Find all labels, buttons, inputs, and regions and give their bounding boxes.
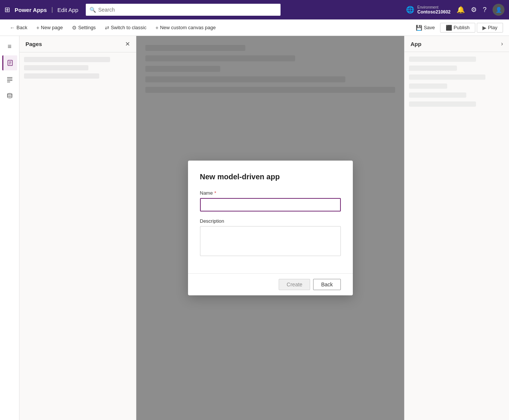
settings-label: Settings xyxy=(78,25,96,30)
svg-point-8 xyxy=(7,94,12,95)
right-panel-content xyxy=(405,52,509,111)
right-skel-5 xyxy=(409,92,466,98)
description-field: Description xyxy=(200,218,341,258)
settings-icon[interactable]: ⚙ xyxy=(471,6,477,14)
env-text-block: Environment Contoso210602 xyxy=(417,5,451,15)
description-label: Description xyxy=(200,218,341,224)
publish-button[interactable]: ⬛ Publish xyxy=(440,23,475,33)
settings-toolbar-icon: ⚙ xyxy=(72,25,77,31)
main-layout: ≡ Pages xyxy=(0,36,509,420)
right-panel: App › xyxy=(404,36,509,420)
right-panel-title: App xyxy=(410,41,421,47)
pages-close-button[interactable]: ✕ xyxy=(125,40,130,48)
right-skel-6 xyxy=(409,101,476,107)
environment-label: Environment xyxy=(417,5,438,9)
new-page-label: New page xyxy=(41,25,63,30)
required-star: * xyxy=(214,190,216,196)
settings-button[interactable]: ⚙ Settings xyxy=(68,23,100,32)
grid-icon[interactable]: ⊞ xyxy=(4,6,10,14)
avatar-char: 👤 xyxy=(496,7,502,13)
right-skel-2 xyxy=(409,66,457,71)
top-nav-bar: ⊞ Power Apps | Edit App 🔍 🌐 Environment … xyxy=(0,0,509,19)
bell-icon[interactable]: 🔔 xyxy=(457,6,465,14)
description-input[interactable] xyxy=(200,226,341,256)
play-icon: ▶ xyxy=(482,25,487,31)
back-label: Back xyxy=(16,25,27,30)
description-label-text: Description xyxy=(200,218,224,224)
globe-icon: 🌐 xyxy=(406,6,414,14)
search-box: 🔍 xyxy=(86,4,281,16)
new-page-icon: + xyxy=(36,25,39,31)
skeleton-line-3 xyxy=(24,73,99,79)
switch-icon: ⇄ xyxy=(105,25,109,31)
switch-to-classic-label: Switch to classic xyxy=(111,25,146,30)
right-skel-4 xyxy=(409,83,447,89)
nav-right-area: 🌐 Environment Contoso210602 🔔 ⚙ ? 👤 xyxy=(406,4,505,16)
search-icon: 🔍 xyxy=(90,7,96,13)
dialog-footer: Create Back xyxy=(188,273,353,295)
right-panel-header: App › xyxy=(405,36,509,52)
save-icon: 💾 xyxy=(416,25,422,31)
back-arrow-icon: ← xyxy=(10,25,15,31)
play-label: Play xyxy=(488,25,497,30)
name-input[interactable] xyxy=(200,198,341,211)
toolbar-right: 💾 Save ⬛ Publish ▶ Play xyxy=(412,23,503,33)
brand-name: Power Apps xyxy=(15,7,47,13)
back-button[interactable]: ← Back xyxy=(6,23,31,32)
pages-content xyxy=(19,52,136,83)
help-icon[interactable]: ? xyxy=(483,6,487,14)
new-page-button[interactable]: + New page xyxy=(33,23,67,32)
skeleton-line-2 xyxy=(24,65,88,70)
dialog-body: New model-driven app Name * Description xyxy=(188,161,353,273)
canvas-area: New model-driven app Name * Description xyxy=(136,36,404,420)
environment-name: Contoso210602 xyxy=(417,9,451,15)
pages-panel-title: Pages xyxy=(25,41,42,47)
dialog-back-button[interactable]: Back xyxy=(313,279,340,290)
switch-to-classic-button[interactable]: ⇄ Switch to classic xyxy=(101,23,150,32)
right-skel-1 xyxy=(409,57,476,62)
pages-panel-header: Pages ✕ xyxy=(19,36,136,52)
right-skel-3 xyxy=(409,74,485,80)
sidebar-icon-hamburger[interactable]: ≡ xyxy=(2,39,17,54)
nav-divider: | xyxy=(51,6,53,13)
avatar[interactable]: 👤 xyxy=(493,4,505,16)
sidebar-icon-list[interactable] xyxy=(2,72,17,87)
right-panel-expand-button[interactable]: › xyxy=(501,40,503,47)
new-custom-canvas-button[interactable]: + New custom canvas page xyxy=(152,23,219,32)
left-sidebar: ≡ xyxy=(0,36,19,420)
edit-app-label: Edit App xyxy=(57,7,78,13)
new-custom-canvas-label: New custom canvas page xyxy=(160,25,216,30)
play-button[interactable]: ▶ Play xyxy=(477,23,503,33)
new-canvas-icon: + xyxy=(155,25,158,31)
save-label: Save xyxy=(424,25,435,30)
sidebar-icon-page[interactable] xyxy=(2,55,17,70)
name-label: Name * xyxy=(200,190,341,196)
toolbar: ← Back + New page ⚙ Settings ⇄ Switch to… xyxy=(0,19,509,36)
publish-label: Publish xyxy=(454,25,470,30)
pages-panel: Pages ✕ xyxy=(19,36,136,420)
dialog-new-model-driven-app: New model-driven app Name * Description xyxy=(188,161,353,295)
save-button[interactable]: 💾 Save xyxy=(412,23,439,32)
dialog-title: New model-driven app xyxy=(200,173,341,181)
environment-info: 🌐 Environment Contoso210602 xyxy=(406,5,451,15)
search-input[interactable] xyxy=(98,7,277,13)
publish-icon: ⬛ xyxy=(446,25,452,31)
create-button[interactable]: Create xyxy=(279,279,310,290)
sidebar-icon-database[interactable] xyxy=(2,88,17,103)
name-field: Name * xyxy=(200,190,341,211)
name-label-text: Name xyxy=(200,190,213,196)
skeleton-line-1 xyxy=(24,57,110,62)
